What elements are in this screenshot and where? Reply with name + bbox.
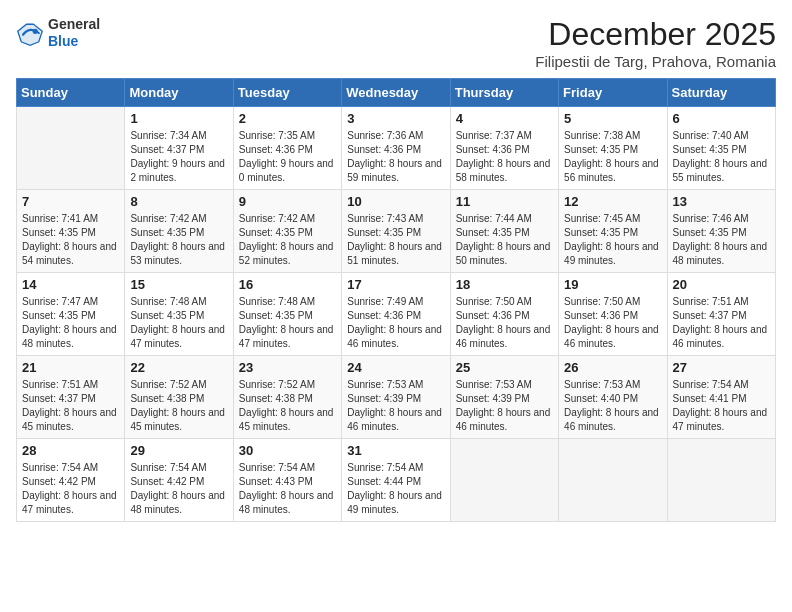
calendar-cell: 6 Sunrise: 7:40 AMSunset: 4:35 PMDayligh… [667, 107, 775, 190]
title-block: December 2025 Filipestii de Targ, Prahov… [535, 16, 776, 70]
calendar-header-row: SundayMondayTuesdayWednesdayThursdayFrid… [17, 79, 776, 107]
day-number: 7 [22, 194, 119, 209]
page-header: General Blue December 2025 Filipestii de… [16, 16, 776, 70]
calendar-cell [17, 107, 125, 190]
calendar-cell: 25 Sunrise: 7:53 AMSunset: 4:39 PMDaylig… [450, 356, 558, 439]
calendar-cell: 26 Sunrise: 7:53 AMSunset: 4:40 PMDaylig… [559, 356, 667, 439]
calendar-cell [667, 439, 775, 522]
calendar-cell: 24 Sunrise: 7:53 AMSunset: 4:39 PMDaylig… [342, 356, 450, 439]
calendar-cell: 5 Sunrise: 7:38 AMSunset: 4:35 PMDayligh… [559, 107, 667, 190]
day-number: 12 [564, 194, 661, 209]
calendar-cell: 7 Sunrise: 7:41 AMSunset: 4:35 PMDayligh… [17, 190, 125, 273]
day-number: 1 [130, 111, 227, 126]
calendar-cell: 11 Sunrise: 7:44 AMSunset: 4:35 PMDaylig… [450, 190, 558, 273]
day-number: 9 [239, 194, 336, 209]
calendar-cell: 1 Sunrise: 7:34 AMSunset: 4:37 PMDayligh… [125, 107, 233, 190]
day-info: Sunrise: 7:52 AMSunset: 4:38 PMDaylight:… [130, 378, 227, 434]
day-info: Sunrise: 7:52 AMSunset: 4:38 PMDaylight:… [239, 378, 336, 434]
day-number: 31 [347, 443, 444, 458]
day-info: Sunrise: 7:47 AMSunset: 4:35 PMDaylight:… [22, 295, 119, 351]
calendar-cell: 10 Sunrise: 7:43 AMSunset: 4:35 PMDaylig… [342, 190, 450, 273]
col-header-friday: Friday [559, 79, 667, 107]
day-number: 2 [239, 111, 336, 126]
calendar-cell: 27 Sunrise: 7:54 AMSunset: 4:41 PMDaylig… [667, 356, 775, 439]
day-number: 25 [456, 360, 553, 375]
day-number: 29 [130, 443, 227, 458]
calendar-cell: 21 Sunrise: 7:51 AMSunset: 4:37 PMDaylig… [17, 356, 125, 439]
day-number: 23 [239, 360, 336, 375]
calendar-week-row: 14 Sunrise: 7:47 AMSunset: 4:35 PMDaylig… [17, 273, 776, 356]
day-number: 30 [239, 443, 336, 458]
calendar-cell: 15 Sunrise: 7:48 AMSunset: 4:35 PMDaylig… [125, 273, 233, 356]
day-number: 24 [347, 360, 444, 375]
day-info: Sunrise: 7:40 AMSunset: 4:35 PMDaylight:… [673, 129, 770, 185]
calendar-cell: 18 Sunrise: 7:50 AMSunset: 4:36 PMDaylig… [450, 273, 558, 356]
day-number: 4 [456, 111, 553, 126]
day-info: Sunrise: 7:34 AMSunset: 4:37 PMDaylight:… [130, 129, 227, 185]
logo: General Blue [16, 16, 100, 50]
col-header-monday: Monday [125, 79, 233, 107]
day-number: 20 [673, 277, 770, 292]
day-info: Sunrise: 7:48 AMSunset: 4:35 PMDaylight:… [130, 295, 227, 351]
calendar-cell: 29 Sunrise: 7:54 AMSunset: 4:42 PMDaylig… [125, 439, 233, 522]
calendar-week-row: 1 Sunrise: 7:34 AMSunset: 4:37 PMDayligh… [17, 107, 776, 190]
calendar-cell: 19 Sunrise: 7:50 AMSunset: 4:36 PMDaylig… [559, 273, 667, 356]
calendar-cell: 14 Sunrise: 7:47 AMSunset: 4:35 PMDaylig… [17, 273, 125, 356]
calendar-cell: 8 Sunrise: 7:42 AMSunset: 4:35 PMDayligh… [125, 190, 233, 273]
day-number: 28 [22, 443, 119, 458]
day-number: 13 [673, 194, 770, 209]
col-header-wednesday: Wednesday [342, 79, 450, 107]
calendar-cell: 17 Sunrise: 7:49 AMSunset: 4:36 PMDaylig… [342, 273, 450, 356]
day-number: 14 [22, 277, 119, 292]
day-number: 5 [564, 111, 661, 126]
day-info: Sunrise: 7:53 AMSunset: 4:39 PMDaylight:… [456, 378, 553, 434]
day-number: 21 [22, 360, 119, 375]
logo-blue: Blue [48, 33, 78, 49]
day-number: 10 [347, 194, 444, 209]
calendar-cell: 2 Sunrise: 7:35 AMSunset: 4:36 PMDayligh… [233, 107, 341, 190]
day-number: 6 [673, 111, 770, 126]
col-header-sunday: Sunday [17, 79, 125, 107]
svg-point-2 [33, 28, 38, 33]
day-info: Sunrise: 7:51 AMSunset: 4:37 PMDaylight:… [673, 295, 770, 351]
day-info: Sunrise: 7:54 AMSunset: 4:42 PMDaylight:… [22, 461, 119, 517]
calendar-cell [450, 439, 558, 522]
calendar-cell: 22 Sunrise: 7:52 AMSunset: 4:38 PMDaylig… [125, 356, 233, 439]
day-info: Sunrise: 7:48 AMSunset: 4:35 PMDaylight:… [239, 295, 336, 351]
day-info: Sunrise: 7:49 AMSunset: 4:36 PMDaylight:… [347, 295, 444, 351]
day-info: Sunrise: 7:54 AMSunset: 4:41 PMDaylight:… [673, 378, 770, 434]
col-header-saturday: Saturday [667, 79, 775, 107]
day-info: Sunrise: 7:53 AMSunset: 4:39 PMDaylight:… [347, 378, 444, 434]
calendar-cell: 31 Sunrise: 7:54 AMSunset: 4:44 PMDaylig… [342, 439, 450, 522]
calendar-cell: 23 Sunrise: 7:52 AMSunset: 4:38 PMDaylig… [233, 356, 341, 439]
calendar-cell: 13 Sunrise: 7:46 AMSunset: 4:35 PMDaylig… [667, 190, 775, 273]
day-number: 16 [239, 277, 336, 292]
day-number: 11 [456, 194, 553, 209]
calendar-cell: 30 Sunrise: 7:54 AMSunset: 4:43 PMDaylig… [233, 439, 341, 522]
day-info: Sunrise: 7:36 AMSunset: 4:36 PMDaylight:… [347, 129, 444, 185]
day-number: 27 [673, 360, 770, 375]
day-info: Sunrise: 7:41 AMSunset: 4:35 PMDaylight:… [22, 212, 119, 268]
logo-general: General [48, 16, 100, 32]
calendar-cell [559, 439, 667, 522]
calendar-cell: 9 Sunrise: 7:42 AMSunset: 4:35 PMDayligh… [233, 190, 341, 273]
month-title: December 2025 [535, 16, 776, 53]
day-number: 22 [130, 360, 227, 375]
calendar-cell: 28 Sunrise: 7:54 AMSunset: 4:42 PMDaylig… [17, 439, 125, 522]
logo-text: General Blue [48, 16, 100, 50]
day-number: 17 [347, 277, 444, 292]
day-info: Sunrise: 7:42 AMSunset: 4:35 PMDaylight:… [239, 212, 336, 268]
day-number: 15 [130, 277, 227, 292]
day-number: 26 [564, 360, 661, 375]
calendar-week-row: 7 Sunrise: 7:41 AMSunset: 4:35 PMDayligh… [17, 190, 776, 273]
calendar-week-row: 28 Sunrise: 7:54 AMSunset: 4:42 PMDaylig… [17, 439, 776, 522]
day-info: Sunrise: 7:50 AMSunset: 4:36 PMDaylight:… [564, 295, 661, 351]
day-number: 3 [347, 111, 444, 126]
day-number: 8 [130, 194, 227, 209]
col-header-tuesday: Tuesday [233, 79, 341, 107]
day-number: 18 [456, 277, 553, 292]
day-info: Sunrise: 7:53 AMSunset: 4:40 PMDaylight:… [564, 378, 661, 434]
day-info: Sunrise: 7:35 AMSunset: 4:36 PMDaylight:… [239, 129, 336, 185]
day-info: Sunrise: 7:45 AMSunset: 4:35 PMDaylight:… [564, 212, 661, 268]
day-info: Sunrise: 7:50 AMSunset: 4:36 PMDaylight:… [456, 295, 553, 351]
